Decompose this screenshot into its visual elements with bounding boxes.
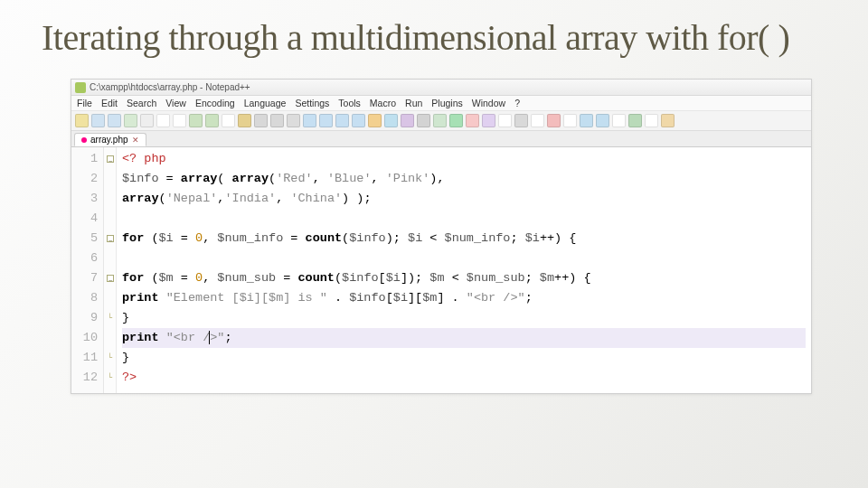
toolbar-button-34[interactable] (628, 114, 642, 127)
toolbar-button-31[interactable] (580, 114, 593, 127)
code-line[interactable]: print "Element [$i][$m] is " . $info[$i]… (122, 288, 806, 308)
toolbar-button-4[interactable] (140, 114, 154, 127)
code-line[interactable]: $info = array( array('Red', 'Blue', 'Pin… (122, 169, 806, 189)
line-number: 12 (80, 368, 98, 388)
toolbar-button-10[interactable] (238, 114, 251, 127)
toolbar-button-23[interactable] (449, 114, 463, 127)
slide-title: Iterating through a multidimensional arr… (0, 0, 868, 59)
toolbar-button-29[interactable] (547, 114, 561, 127)
toolbar-button-36[interactable] (661, 114, 675, 127)
menu-plugins[interactable]: Plugins (431, 98, 462, 108)
line-number: 5 (80, 229, 98, 249)
toolbar-button-16[interactable] (335, 114, 349, 127)
code-line[interactable]: for ($i = 0, $num_info = count($info); $… (122, 229, 806, 249)
fold-end-icon: └ (104, 348, 116, 368)
line-number: 1 (80, 149, 98, 169)
line-number: 2 (80, 169, 98, 189)
toolbar-button-18[interactable] (368, 114, 382, 127)
fold-spacer (104, 328, 116, 348)
menu-?[interactable]: ? (514, 98, 520, 108)
menu-encoding[interactable]: Encoding (195, 98, 235, 108)
menu-tools[interactable]: Tools (338, 98, 361, 108)
line-number-gutter: 123456789101112 (71, 147, 104, 393)
toolbar-button-24[interactable] (466, 114, 479, 127)
toolbar-button-8[interactable] (205, 114, 219, 127)
toolbar-button-27[interactable] (514, 114, 528, 127)
menu-run[interactable]: Run (405, 98, 422, 108)
line-number: 6 (80, 249, 98, 268)
toolbar-button-22[interactable] (433, 114, 447, 127)
toolbar-button-3[interactable] (124, 114, 137, 127)
menu-settings[interactable]: Settings (295, 98, 329, 108)
fold-end-icon: └ (104, 368, 116, 388)
menu-edit[interactable]: Edit (101, 98, 118, 108)
menu-macro[interactable]: Macro (370, 98, 396, 108)
toolbar-button-11[interactable] (254, 114, 268, 127)
tabbar: array.php ✕ (71, 131, 811, 147)
code-line[interactable]: } (122, 308, 806, 328)
toolbar-button-17[interactable] (352, 114, 365, 127)
line-number: 8 (80, 288, 98, 308)
toolbar-button-7[interactable] (189, 114, 203, 127)
fold-column: └└└ (104, 147, 117, 393)
fold-end-icon: └ (104, 308, 116, 328)
menu-file[interactable]: File (77, 98, 92, 108)
line-number: 4 (80, 209, 98, 229)
code-line[interactable] (122, 209, 806, 229)
fold-spacer (104, 169, 116, 189)
menu-view[interactable]: View (165, 98, 186, 108)
code-line[interactable]: <? php (122, 149, 806, 169)
file-icon (81, 137, 87, 143)
tab-arrayphp[interactable]: array.php ✕ (74, 133, 146, 146)
fold-spacer (104, 288, 116, 308)
toolbar (71, 111, 811, 131)
fold-toggle-icon[interactable] (104, 268, 116, 288)
notepadpp-window: C:\xampp\htdocs\array.php - Notepad++ Fi… (71, 79, 812, 394)
menubar: FileEditSearchViewEncodingLanguageSettin… (71, 96, 811, 111)
code-line[interactable]: ?> (122, 368, 806, 388)
toolbar-button-14[interactable] (303, 114, 316, 127)
line-number: 7 (80, 268, 98, 288)
code-line[interactable]: for ($m = 0, $num_sub = count($info[$i])… (122, 268, 806, 288)
fold-spacer (104, 189, 116, 209)
toolbar-button-28[interactable] (531, 114, 544, 127)
toolbar-button-15[interactable] (319, 114, 333, 127)
menu-window[interactable]: Window (472, 98, 505, 108)
fold-spacer (104, 209, 116, 229)
toolbar-button-33[interactable] (612, 114, 626, 127)
toolbar-button-30[interactable] (563, 114, 577, 127)
code-line[interactable]: array('Nepal','India', 'China') ); (122, 189, 806, 209)
toolbar-button-2[interactable] (108, 114, 121, 127)
line-number: 10 (80, 328, 98, 348)
toolbar-button-1[interactable] (91, 114, 105, 127)
close-icon[interactable]: ✕ (132, 136, 139, 145)
menu-language[interactable]: Language (244, 98, 287, 108)
notepadpp-icon (75, 82, 86, 93)
toolbar-button-0[interactable] (75, 114, 89, 127)
code-line[interactable]: } (122, 348, 806, 368)
toolbar-button-26[interactable] (498, 114, 512, 127)
toolbar-button-13[interactable] (287, 114, 300, 127)
toolbar-button-20[interactable] (401, 114, 414, 127)
fold-spacer (104, 249, 116, 268)
toolbar-button-35[interactable] (645, 114, 658, 127)
toolbar-button-19[interactable] (384, 114, 398, 127)
fold-toggle-icon[interactable] (104, 149, 116, 169)
fold-toggle-icon[interactable] (104, 229, 116, 249)
toolbar-button-9[interactable] (222, 114, 235, 127)
toolbar-button-12[interactable] (270, 114, 284, 127)
code-line[interactable]: print "<br />"; (122, 328, 806, 348)
toolbar-button-21[interactable] (417, 114, 430, 127)
menu-search[interactable]: Search (127, 98, 156, 108)
toolbar-button-32[interactable] (596, 114, 609, 127)
toolbar-button-25[interactable] (482, 114, 495, 127)
line-number: 11 (80, 348, 98, 368)
titlebar-text: C:\xampp\htdocs\array.php - Notepad++ (90, 82, 250, 92)
toolbar-button-6[interactable] (173, 114, 186, 127)
code-line[interactable] (122, 249, 806, 268)
titlebar: C:\xampp\htdocs\array.php - Notepad++ (71, 80, 811, 96)
line-number: 9 (80, 308, 98, 328)
code-editor[interactable]: <? php$info = array( array('Red', 'Blue'… (117, 147, 811, 393)
toolbar-button-5[interactable] (156, 114, 170, 127)
code-area[interactable]: 123456789101112 └└└ <? php$info = array(… (71, 147, 811, 393)
